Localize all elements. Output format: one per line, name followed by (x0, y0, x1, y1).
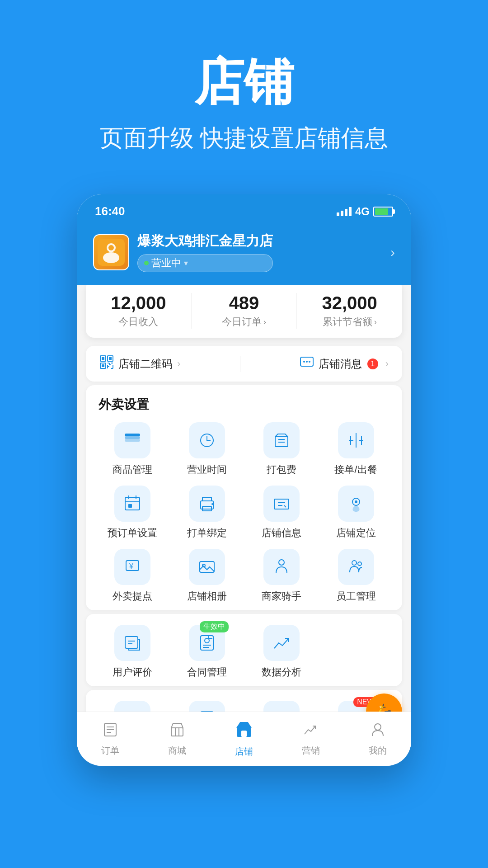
store-info-item[interactable]: 店铺信息 (244, 486, 319, 540)
printer-bind-item[interactable]: 打单绑定 (169, 486, 244, 540)
staff-management-item[interactable]: 员工管理 (319, 549, 393, 603)
order-receive-label: 接单/出餐 (334, 463, 377, 476)
qr-code-link[interactable]: 店铺二维码 › (99, 355, 180, 373)
store-nav-label: 店铺 (235, 745, 253, 758)
order-receive-item[interactable]: 接单/出餐 (319, 422, 393, 476)
revenue-value: 12,000 (86, 293, 191, 313)
contract-badge: 生效中 (200, 621, 229, 632)
empty-slot (319, 625, 393, 679)
qr-chevron-icon: › (177, 358, 180, 370)
signal-icon (337, 207, 352, 216)
album-label: 店铺相册 (187, 590, 227, 603)
svg-rect-54 (125, 637, 138, 648)
marketing-icon (303, 722, 319, 742)
orders-label: 今日订单 › (192, 315, 297, 329)
analytics-icon-circle (263, 625, 300, 661)
tip-label: 外卖提点 (113, 590, 152, 603)
packaging-fee-item[interactable]: 打包费 (244, 422, 319, 476)
qr-icon (99, 355, 114, 373)
contract-label: 合同管理 (187, 665, 227, 679)
svg-point-2 (103, 252, 119, 263)
page-subtitle: 页面升级 快捷设置店铺信息 (0, 123, 488, 154)
svg-point-41 (211, 503, 213, 505)
user-review-item[interactable]: 用户评价 (95, 625, 169, 679)
message-chevron-icon: › (385, 358, 389, 370)
bottom-nav: 订单 商城 店铺 营销 (77, 712, 411, 766)
message-icon (300, 355, 314, 373)
stat-item-revenue[interactable]: 12,000 今日收入 (86, 293, 191, 329)
savings-value: 32,000 (297, 293, 402, 313)
svg-rect-34 (125, 497, 140, 510)
marketing-nav-label: 营销 (302, 745, 320, 757)
nav-item-profile[interactable]: 我的 (344, 722, 411, 757)
message-badge: 1 (367, 359, 378, 369)
review-icon-circle (114, 625, 150, 661)
store-details: 爆浆大鸡排汇金星力店 营业中 ▾ (137, 232, 273, 272)
battery-fill (375, 208, 388, 215)
business-hours-item[interactable]: 营业时间 (169, 422, 244, 476)
delivery-tip-item[interactable]: ¥ 外卖提点 (95, 549, 169, 603)
profile-icon (370, 722, 386, 742)
savings-label: 累计节省额 › (297, 315, 402, 329)
svg-rect-80 (241, 731, 247, 737)
preorder-label: 预订单设置 (108, 526, 157, 540)
shop-icon (169, 722, 185, 742)
analytics-label: 数据分析 (262, 665, 301, 679)
location-icon-circle (338, 486, 374, 522)
order-icon (102, 722, 118, 742)
nav-item-shop[interactable]: 商城 (144, 722, 211, 757)
misc-icon-grid: 用户评价 生效中 合同管理 数据分析 (95, 625, 393, 679)
svg-text:¥: ¥ (129, 562, 133, 570)
nav-item-store[interactable]: 店铺 (211, 721, 277, 758)
shop-nav-label: 商城 (168, 745, 186, 757)
store-album-item[interactable]: 店铺相册 (169, 549, 244, 603)
profile-nav-label: 我的 (369, 745, 387, 757)
data-analytics-item[interactable]: 数据分析 (244, 625, 319, 679)
status-bar: 16:40 4G (77, 194, 411, 223)
status-indicator (144, 261, 149, 265)
goods-label: 商品管理 (113, 463, 152, 476)
nav-item-marketing[interactable]: 营销 (277, 722, 344, 757)
contract-management-item[interactable]: 生效中 合同管理 (169, 625, 244, 679)
phone-content: 12,000 今日收入 489 今日订单 › 32,000 累计节省额 › (77, 285, 411, 766)
rider-icon-circle (263, 549, 300, 585)
staff-icon-circle (338, 549, 374, 585)
preorder-icon-circle (114, 486, 150, 522)
printer-icon-circle (189, 486, 225, 522)
svg-rect-7 (109, 357, 112, 360)
delivery-icon-grid: 商品管理 营业时间 打包费 (95, 422, 393, 603)
svg-point-20 (306, 361, 308, 363)
tip-icon-circle: ¥ (114, 549, 150, 585)
svg-point-53 (358, 562, 361, 566)
stat-item-savings[interactable]: 32,000 累计节省额 › (296, 293, 402, 329)
packaging-label: 打包费 (267, 463, 296, 476)
status-chevron: ▾ (184, 258, 188, 268)
svg-point-52 (352, 561, 357, 565)
hours-icon-circle (189, 422, 225, 458)
store-location-item[interactable]: 店铺定位 (319, 486, 393, 540)
nav-item-order[interactable]: 订单 (77, 722, 144, 757)
contract-icon-circle: 生效中 (189, 625, 225, 661)
store-status-badge[interactable]: 营业中 ▾ (137, 254, 273, 272)
svg-rect-5 (102, 357, 104, 360)
svg-rect-23 (125, 434, 140, 436)
store-logo (93, 234, 129, 270)
printer-label: 打单绑定 (187, 526, 227, 540)
review-label: 用户评价 (113, 665, 152, 679)
page-title: 店铺 (0, 54, 488, 109)
hours-label: 营业时间 (187, 463, 227, 476)
stats-card: 12,000 今日收入 489 今日订单 › 32,000 累计节省额 › (86, 285, 402, 338)
preorder-settings-item[interactable]: 预订单设置 (95, 486, 169, 540)
merchant-rider-item[interactable]: 商家骑手 (244, 549, 319, 603)
store-info: 爆浆大鸡排汇金星力店 营业中 ▾ (93, 232, 273, 272)
svg-point-81 (375, 724, 381, 730)
store-info-icon-circle (263, 486, 300, 522)
stat-item-orders[interactable]: 489 今日订单 › (191, 293, 297, 329)
page-header: 店铺 页面升级 快捷设置店铺信息 (0, 0, 488, 181)
message-link[interactable]: 店铺消息 1 › (300, 355, 389, 373)
svg-point-58 (205, 638, 209, 643)
store-info-label: 店铺信息 (262, 526, 301, 540)
goods-management-item[interactable]: 商品管理 (95, 422, 169, 476)
store-header[interactable]: 爆浆大鸡排汇金星力店 营业中 ▾ › (77, 223, 411, 285)
order-receive-icon-circle (338, 422, 374, 458)
